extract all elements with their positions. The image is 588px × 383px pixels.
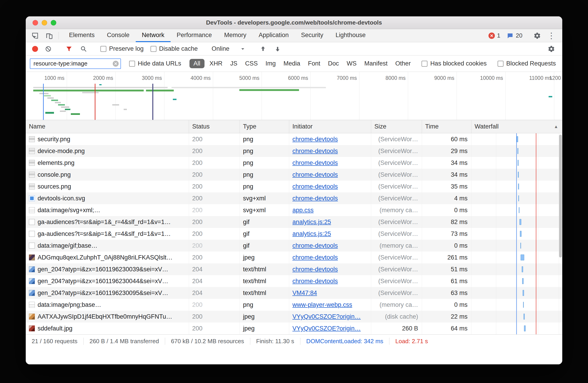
- resource-filter-js[interactable]: JS: [228, 59, 240, 68]
- clear-network-log-button[interactable]: [42, 45, 55, 52]
- table-row[interactable]: device-mode.png200pngchrome-devtools(Ser…: [26, 145, 562, 157]
- tab-security[interactable]: Security: [295, 29, 330, 42]
- table-row[interactable]: data:image/gif;base…200gifchrome-devtool…: [26, 240, 562, 251]
- minimize-window-button[interactable]: [42, 20, 47, 25]
- resource-filter-media[interactable]: Media: [281, 59, 303, 68]
- search-button[interactable]: [77, 45, 90, 52]
- device-toolbar-button[interactable]: [42, 29, 56, 42]
- resource-filter-img[interactable]: Img: [263, 59, 278, 68]
- waterfall-cell: [471, 145, 562, 157]
- column-header-label: Waterfall: [475, 123, 499, 130]
- initiator-link[interactable]: chrome-devtools: [293, 242, 338, 249]
- initiator-link[interactable]: chrome-devtools: [293, 254, 338, 261]
- table-row[interactable]: data:image/svg+xml;…200svg+xmlapp.css(me…: [26, 204, 562, 216]
- initiator-link[interactable]: VYyQv0CSZOE?origin…: [293, 313, 361, 320]
- disable-cache-checkbox[interactable]: [150, 46, 156, 52]
- resource-filter-font[interactable]: Font: [305, 59, 323, 68]
- inspect-element-button[interactable]: [28, 29, 42, 42]
- table-row[interactable]: gen_204?atyp=i&zx=1601196230044&sei=xV…2…: [26, 275, 562, 287]
- initiator-link[interactable]: chrome-devtools: [293, 278, 338, 285]
- settings-button[interactable]: [530, 32, 544, 39]
- initiator-link[interactable]: VYyQv0CSZOE?origin…: [293, 325, 361, 332]
- initiator-link[interactable]: chrome-devtools: [293, 148, 338, 155]
- initiator-link[interactable]: analytics.js:25: [293, 219, 331, 226]
- record-network-log-button[interactable]: [32, 46, 38, 52]
- table-row[interactable]: gen_204?atyp=i&zx=1601196230039&sei=xV…2…: [26, 263, 562, 275]
- table-row[interactable]: sources.png200pngchrome-devtools(Service…: [26, 181, 562, 192]
- tab-elements[interactable]: Elements: [63, 29, 101, 42]
- initiator-link[interactable]: VM47:84: [293, 289, 317, 297]
- column-header-type[interactable]: Type: [240, 120, 289, 133]
- status-cell: 200: [189, 145, 240, 157]
- table-row[interactable]: security.png200pngchrome-devtools(Servic…: [26, 133, 562, 145]
- column-header-name[interactable]: Name: [26, 120, 189, 133]
- table-row[interactable]: gen_204?atyp=i&zx=1601196230095&sei=xV…2…: [26, 287, 562, 299]
- close-window-button[interactable]: [33, 20, 38, 25]
- throttling-select[interactable]: Online: [208, 45, 249, 52]
- initiator-link[interactable]: app.css: [293, 207, 314, 214]
- table-row[interactable]: devtools-icon.svg200svg+xmlchrome-devtoo…: [26, 192, 562, 204]
- request-name: security.png: [38, 136, 70, 143]
- tab-application[interactable]: Application: [252, 29, 295, 42]
- resource-filter-doc[interactable]: Doc: [325, 59, 342, 68]
- preserve-log-checkbox[interactable]: [100, 46, 106, 52]
- column-header-initiator[interactable]: Initiator: [289, 120, 371, 133]
- column-header-time[interactable]: Time: [422, 120, 471, 133]
- error-count-badge[interactable]: 1: [485, 32, 504, 39]
- initiator-cell: analytics.js:25: [289, 228, 371, 240]
- initiator-link[interactable]: chrome-devtools: [293, 183, 338, 190]
- column-header-status[interactable]: Status: [189, 120, 240, 133]
- initiator-link[interactable]: chrome-devtools: [293, 266, 338, 273]
- zoom-window-button[interactable]: [51, 20, 56, 25]
- initiator-link[interactable]: chrome-devtools: [293, 195, 338, 202]
- resource-filter-other[interactable]: Other: [393, 59, 414, 68]
- column-header-size[interactable]: Size: [371, 120, 422, 133]
- thumbblue-file-icon: [29, 290, 35, 296]
- import-har-button[interactable]: [256, 45, 270, 52]
- table-row[interactable]: ga-audiences?t=sr&aip=1&_r=4&slf_rd=1&v=…: [26, 228, 562, 240]
- resource-filter-manifest[interactable]: Manifest: [362, 59, 390, 68]
- filter-toggle-button[interactable]: [63, 45, 76, 52]
- network-settings-button[interactable]: [545, 45, 558, 53]
- clear-filter-button[interactable]: [113, 61, 119, 67]
- hide-data-urls-checkbox[interactable]: [129, 61, 135, 67]
- resource-filter-xhr[interactable]: XHR: [207, 59, 225, 68]
- tab-memory[interactable]: Memory: [218, 29, 252, 42]
- blocked-requests-checkbox[interactable]: [498, 61, 504, 67]
- table-row[interactable]: data:image/png;base…200pngwww-player-web…: [26, 299, 562, 311]
- waterfall-cell: [471, 263, 562, 275]
- table-row[interactable]: AATXAJywSIpD1jf4EbqHXTfbe0mnyHqGFNTu…200…: [26, 311, 562, 323]
- initiator-link[interactable]: analytics.js:25: [293, 230, 331, 237]
- has-blocked-cookies-checkbox[interactable]: [421, 61, 427, 67]
- time-cell: 34 ms: [422, 157, 471, 169]
- resource-filter-all[interactable]: All: [189, 59, 205, 68]
- export-har-button[interactable]: [271, 45, 284, 52]
- tab-network[interactable]: Network: [136, 29, 170, 42]
- tab-lighthouse[interactable]: Lighthouse: [329, 29, 372, 42]
- initiator-link[interactable]: chrome-devtools: [293, 159, 338, 167]
- column-header-waterfall[interactable]: Waterfall▲: [471, 120, 562, 133]
- network-overview-timeline[interactable]: 1000 ms2000 ms3000 ms4000 ms5000 ms6000 …: [26, 72, 562, 120]
- status-cell: 200: [189, 251, 240, 263]
- resource-filter-css[interactable]: CSS: [242, 59, 261, 68]
- table-row[interactable]: sddefault.jpg200jpegVYyQv0CSZOE?origin…2…: [26, 323, 562, 334]
- table-row[interactable]: ga-audiences?t=sr&aip=1&_r=4&slf_rd=1&v=…: [26, 216, 562, 228]
- more-options-button[interactable]: ⋮: [544, 31, 559, 40]
- request-name: gen_204?atyp=i&zx=1601196230095&sei=xV…: [38, 289, 168, 297]
- resource-filter-ws[interactable]: WS: [344, 59, 359, 68]
- status-cell: 200: [189, 299, 240, 311]
- vertical-scrollbar-thumb[interactable]: [559, 135, 562, 257]
- initiator-link[interactable]: chrome-devtools: [293, 171, 338, 178]
- status-cell: 204: [189, 287, 240, 299]
- initiator-link[interactable]: chrome-devtools: [293, 136, 338, 143]
- tab-performance[interactable]: Performance: [170, 29, 218, 42]
- table-row[interactable]: elements.png200pngchrome-devtools(Servic…: [26, 157, 562, 169]
- size-cell: (ServiceWor…: [371, 181, 422, 192]
- initiator-link[interactable]: www-player-webp.css: [293, 301, 352, 308]
- tab-console[interactable]: Console: [101, 29, 136, 42]
- network-filter-input[interactable]: [30, 58, 121, 69]
- console-messages-badge[interactable]: 20: [504, 32, 525, 39]
- table-row[interactable]: console.png200pngchrome-devtools(Service…: [26, 169, 562, 181]
- disable-cache-label: Disable cache: [159, 45, 198, 52]
- table-row[interactable]: ADGmqu8qexLZuhphT_0Aj88Ng8riLFKASQlslt…2…: [26, 251, 562, 263]
